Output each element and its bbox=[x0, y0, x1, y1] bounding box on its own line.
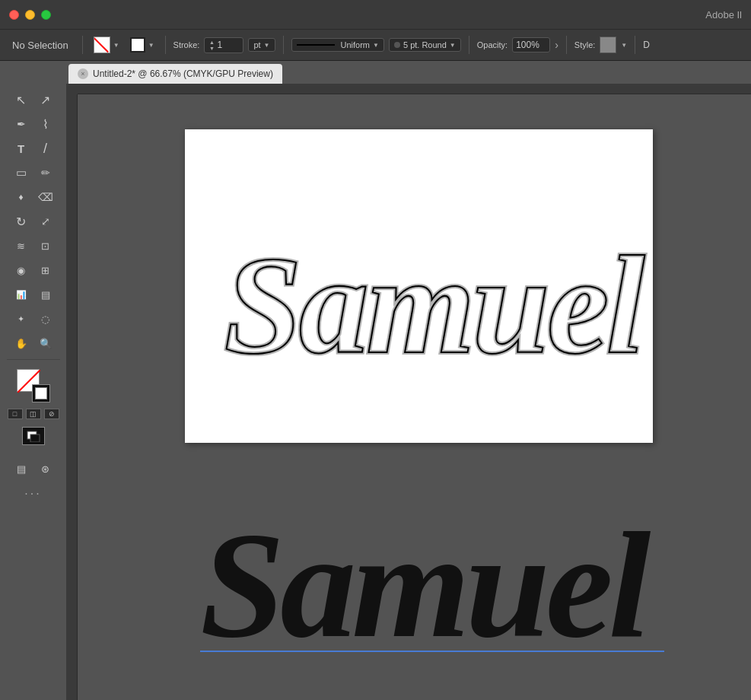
rectangle-icon: ▭ bbox=[16, 166, 27, 180]
pencil-tool[interactable]: ✏ bbox=[34, 161, 57, 184]
blend-icon: ◌ bbox=[41, 313, 49, 325]
tab-title: Untitled-2* @ 66.67% (CMYK/GPU Preview) bbox=[93, 68, 273, 79]
canvas-area: Samuel Samuel Samuel bbox=[67, 84, 751, 700]
separator-4 bbox=[469, 36, 469, 54]
zoom-tool[interactable]: 🔍 bbox=[34, 332, 57, 355]
type-icon: T bbox=[18, 142, 24, 155]
eraser-tool[interactable]: ⌫ bbox=[34, 186, 57, 208]
stroke-up-button[interactable]: ▲ bbox=[208, 40, 215, 45]
opacity-box[interactable]: 100% bbox=[512, 37, 550, 52]
opacity-label: Opacity: bbox=[477, 40, 508, 49]
tool-row-2: ✒ ⌇ bbox=[10, 113, 57, 135]
stroke-down-button[interactable]: ▼ bbox=[208, 46, 215, 51]
style-label: Style: bbox=[574, 40, 596, 49]
direct-selection-tool[interactable]: ↗ bbox=[34, 88, 57, 111]
tab-close-button[interactable]: × bbox=[78, 68, 88, 79]
stroke-type-dropdown[interactable]: Uniform ▼ bbox=[291, 38, 384, 52]
blend-tool[interactable]: ◌ bbox=[34, 307, 57, 330]
layers-button[interactable]: ▤ bbox=[10, 457, 33, 480]
separator-6 bbox=[635, 36, 635, 54]
eyedropper-tool[interactable]: ✦ bbox=[10, 307, 33, 330]
cap-arrow: ▼ bbox=[450, 42, 456, 49]
ruler-corner bbox=[67, 84, 78, 94]
stroke-swatch[interactable]: ▼ bbox=[127, 36, 158, 54]
close-button[interactable] bbox=[9, 10, 19, 20]
symbol-icon: ⊛ bbox=[41, 463, 49, 475]
stroke-unit-dropdown[interactable]: pt ▼ bbox=[248, 38, 275, 52]
tool-row-11: ✋ 🔍 bbox=[10, 332, 57, 355]
gradient-mode-button[interactable]: ◫ bbox=[26, 409, 41, 419]
color-stack bbox=[17, 369, 50, 402]
opacity-expand-button[interactable]: › bbox=[555, 39, 558, 51]
fill-diagonal-icon bbox=[94, 37, 110, 53]
artboard-tool[interactable]: ▤ bbox=[34, 283, 57, 306]
color-area: □ ◫ ⊘ ▤ ⊛ ··· bbox=[8, 369, 59, 504]
app-name: Adobe Il bbox=[705, 9, 742, 21]
tool-row-7: ≋ ⊡ bbox=[10, 234, 57, 257]
color-mode-row: □ ◫ ⊘ bbox=[8, 409, 59, 419]
separator-3 bbox=[283, 36, 284, 54]
warp-icon: ≋ bbox=[17, 240, 25, 252]
extra-tool-row-2: ··· bbox=[10, 485, 57, 503]
curvature-tool[interactable]: ⌇ bbox=[34, 113, 57, 135]
eyedropper-icon: ✦ bbox=[18, 314, 24, 324]
cap-style-dropdown[interactable]: 5 pt. Round ▼ bbox=[389, 38, 461, 52]
artboard-icon: ▤ bbox=[41, 289, 50, 301]
separator-1 bbox=[82, 36, 83, 54]
normal-mode-button[interactable]: □ bbox=[8, 409, 23, 419]
document-canvas: Samuel Samuel bbox=[185, 129, 653, 443]
tool-row-5: ♦ ⌫ bbox=[10, 186, 57, 208]
svg-rect-2 bbox=[30, 434, 40, 442]
rotate-icon: ↻ bbox=[16, 215, 26, 229]
layers-icon: ▤ bbox=[17, 463, 26, 475]
more-button[interactable]: D bbox=[643, 40, 650, 50]
extra-tool-row-1: ▤ ⊛ bbox=[10, 457, 57, 480]
pen-tool[interactable]: ✒ bbox=[10, 113, 33, 135]
opacity-input[interactable]: 100% bbox=[516, 40, 546, 50]
pencil-icon: ✏ bbox=[41, 167, 50, 179]
warp-tool[interactable]: ≋ bbox=[10, 234, 33, 257]
line-tool[interactable]: / bbox=[34, 137, 57, 160]
more-tools-button[interactable]: ··· bbox=[10, 485, 57, 503]
stroke-value-box[interactable]: ▲ ▼ 1 bbox=[204, 37, 243, 53]
left-toolbar: ↖ ↗ ✒ ⌇ T / ▭ ✏ ♦ ⌫ ↻ ⤢ ≋ ⊡ bbox=[0, 84, 67, 700]
rectangle-tool[interactable]: ▭ bbox=[10, 161, 33, 184]
scale-tool[interactable]: ⤢ bbox=[34, 210, 57, 233]
tool-separator bbox=[7, 359, 60, 360]
rotate-tool[interactable]: ↻ bbox=[10, 210, 33, 233]
curvature-icon: ⌇ bbox=[43, 117, 49, 132]
swap-colors-button[interactable] bbox=[22, 427, 45, 445]
stroke-color-box[interactable] bbox=[32, 384, 50, 402]
style-swatch[interactable] bbox=[600, 37, 616, 53]
tool-row-1: ↖ ↗ bbox=[10, 88, 57, 111]
stroke-inner-box bbox=[35, 387, 47, 399]
selection-tool[interactable]: ↖ bbox=[10, 88, 33, 111]
hand-tool[interactable]: ✋ bbox=[10, 332, 33, 355]
chart-tool[interactable]: 📊 bbox=[10, 283, 33, 306]
stroke-unit-arrow: ▼ bbox=[264, 42, 270, 49]
direct-selection-icon: ↗ bbox=[40, 93, 50, 107]
none-mode-button[interactable]: ⊘ bbox=[44, 409, 59, 419]
document-tab[interactable]: × Untitled-2* @ 66.67% (CMYK/GPU Preview… bbox=[68, 64, 282, 84]
stroke-input[interactable]: 1 bbox=[217, 40, 240, 50]
samuel-filled-area: Samuel bbox=[185, 469, 751, 685]
free-transform-tool[interactable]: ⊡ bbox=[34, 234, 57, 257]
shape-builder-tool[interactable]: ◉ bbox=[10, 259, 33, 282]
type-tool[interactable]: T bbox=[10, 137, 33, 160]
paintbrush-tool[interactable]: ♦ bbox=[10, 186, 33, 208]
fill-swatch[interactable]: ▼ bbox=[91, 35, 123, 55]
tool-row-8: ◉ ⊞ bbox=[10, 259, 57, 282]
swap-icon bbox=[26, 430, 41, 442]
fill-dropdown-arrow: ▼ bbox=[113, 42, 119, 49]
tool-row-10: ✦ ◌ bbox=[10, 307, 57, 330]
stroke-spinners[interactable]: ▲ ▼ bbox=[208, 40, 215, 51]
bottom-icons-row bbox=[22, 427, 45, 445]
perspective-grid-tool[interactable]: ⊞ bbox=[34, 259, 57, 282]
toolbar: No Selection ▼ ▼ Stroke: ▲ ▼ 1 pt ▼ Unif… bbox=[0, 29, 751, 61]
zoom-icon: 🔍 bbox=[40, 338, 52, 349]
maximize-button[interactable] bbox=[41, 10, 51, 20]
minimize-button[interactable] bbox=[25, 10, 35, 20]
symbol-button[interactable]: ⊛ bbox=[34, 457, 57, 480]
stroke-label: Stroke: bbox=[173, 40, 200, 49]
window-controls bbox=[9, 10, 51, 20]
